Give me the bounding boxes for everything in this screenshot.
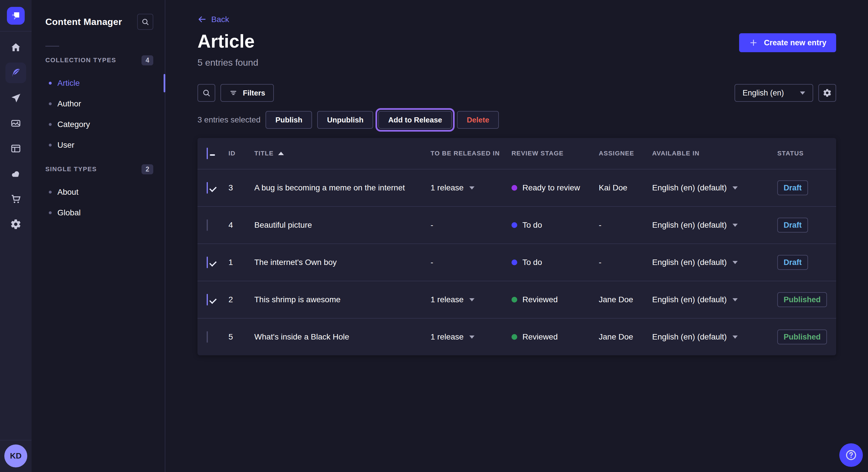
release-value: 1 release: [431, 183, 464, 193]
locale-select[interactable]: English (en): [735, 84, 813, 102]
cell-available-in[interactable]: English (en) (default): [652, 295, 777, 304]
media-library-images-icon[interactable]: [5, 113, 26, 134]
row-checkbox[interactable]: [207, 331, 208, 343]
create-new-entry-button[interactable]: Create new entry: [739, 33, 836, 52]
sidebar-item-label: Article: [57, 78, 80, 88]
chevron-down-icon: [733, 187, 738, 190]
content-manager-feather-icon[interactable]: [5, 63, 26, 83]
table-row[interactable]: 5 What's inside a Black Hole 1 release R…: [197, 318, 836, 355]
delete-button[interactable]: Delete: [457, 111, 499, 129]
selection-button-label: Publish: [275, 115, 302, 124]
releases-paper-plane-icon[interactable]: [5, 88, 26, 108]
status-badge: Draft: [777, 255, 808, 270]
cell-to-be-released-in[interactable]: 1 release: [431, 183, 512, 193]
sidebar-item-user[interactable]: User: [32, 135, 165, 156]
bullet-icon: [49, 82, 52, 85]
table-row[interactable]: 2 This shrimp is awesome 1 release Revie…: [197, 281, 836, 318]
chevron-down-icon: [800, 92, 805, 95]
selection-button-label: Delete: [467, 115, 489, 124]
selection-buttons: PublishUnpublishAdd to ReleaseDelete: [266, 111, 499, 129]
section-count-badge: 4: [142, 55, 153, 65]
sidebar-item-label: Author: [57, 99, 81, 108]
sidebar: Content Manager COLLECTION TYPES 4 Artic…: [32, 0, 165, 472]
locale-value: English (en) (default): [652, 183, 727, 193]
unpublish-button[interactable]: Unpublish: [317, 111, 373, 129]
cell-id: 5: [228, 332, 254, 341]
app-root: KD Content Manager COLLECTION TYPES 4 Ar…: [0, 0, 868, 472]
chevron-down-icon: [733, 298, 738, 301]
chevron-down-icon: [733, 336, 738, 339]
stage-value: To do: [522, 221, 542, 230]
cell-available-in[interactable]: English (en) (default): [652, 332, 777, 341]
bullet-icon: [49, 123, 52, 126]
sidebar-section: COLLECTION TYPES 4 Article Author Catego…: [32, 56, 165, 156]
page-title: Article: [197, 32, 258, 50]
avatar[interactable]: KD: [4, 444, 27, 467]
locale-value: English (en) (default): [652, 295, 727, 304]
cell-available-in[interactable]: English (en) (default): [652, 221, 777, 230]
locale-value: English (en) (default): [652, 332, 727, 341]
table-row[interactable]: 3 A bug is becoming a meme on the intern…: [197, 169, 836, 206]
bullet-icon: [49, 211, 52, 214]
stage-value: Ready to review: [522, 183, 580, 193]
cell-review-stage: Ready to review: [512, 183, 599, 193]
cell-assignee: -: [599, 258, 652, 267]
sidebar-title: Content Manager: [45, 16, 122, 27]
locale-value: English (en) (default): [652, 258, 727, 267]
content-type-builder-layout-icon[interactable]: [5, 138, 26, 159]
column-header-review-stage: REVIEW STAGE: [512, 150, 599, 157]
select-all-checkbox[interactable]: [207, 148, 208, 159]
filters-button[interactable]: Filters: [220, 84, 274, 102]
status-badge: Published: [777, 292, 827, 307]
home-icon[interactable]: [5, 37, 26, 58]
cell-to-be-released-in[interactable]: 1 release: [431, 295, 512, 304]
cell-to-be-released-in[interactable]: -: [431, 258, 512, 267]
column-header-title[interactable]: TITLE: [254, 150, 431, 157]
search-icon: [141, 18, 150, 26]
sort-ascending-icon: [278, 152, 284, 155]
section-list: About Global: [32, 182, 165, 223]
row-checkbox[interactable]: [207, 294, 208, 305]
marketplace-cart-icon[interactable]: [5, 189, 26, 209]
add-to-release-button[interactable]: Add to Release: [378, 111, 452, 129]
sidebar-item-article[interactable]: Article: [32, 73, 165, 94]
sidebar-item-category[interactable]: Category: [32, 114, 165, 135]
sidebar-item-author[interactable]: Author: [32, 94, 165, 114]
section-count-badge: 2: [142, 164, 153, 174]
cell-id: 2: [228, 295, 254, 304]
sidebar-item-about[interactable]: About: [32, 182, 165, 202]
cell-available-in[interactable]: English (en) (default): [652, 258, 777, 267]
sidebar-item-label: About: [57, 188, 79, 197]
sidebar-section: SINGLE TYPES 2 About Global: [32, 165, 165, 223]
question-circle-icon: [844, 448, 858, 462]
deploy-cloud-icon[interactable]: [5, 164, 26, 184]
row-checkbox[interactable]: [207, 182, 208, 194]
filter-icon: [229, 89, 238, 97]
search-button[interactable]: [197, 84, 215, 102]
locale-value: English (en) (default): [652, 221, 727, 230]
settings-gear-icon[interactable]: [5, 214, 26, 235]
back-link[interactable]: Back: [197, 15, 229, 24]
cell-to-be-released-in[interactable]: 1 release: [431, 332, 512, 341]
cell-id: 1: [228, 258, 254, 267]
sidebar-item-label: Category: [57, 120, 90, 129]
sidebar-sections: COLLECTION TYPES 4 Article Author Catego…: [32, 56, 165, 223]
bullet-icon: [49, 102, 52, 105]
strapi-logo[interactable]: [7, 7, 25, 25]
row-checkbox[interactable]: [207, 220, 208, 231]
table-row[interactable]: 1 The internet's Own boy - To do - Engli…: [197, 243, 836, 281]
stage-dot-icon: [512, 222, 517, 228]
table-row[interactable]: 4 Beautiful picture - To do - English (e…: [197, 206, 836, 243]
entries-count: 5 entries found: [197, 57, 258, 68]
sidebar-search-button[interactable]: [137, 14, 153, 30]
help-button[interactable]: [839, 443, 863, 467]
cell-assignee: -: [599, 221, 652, 230]
row-checkbox[interactable]: [207, 257, 208, 268]
cell-to-be-released-in[interactable]: -: [431, 221, 512, 230]
view-settings-button[interactable]: [818, 84, 836, 102]
publish-button[interactable]: Publish: [266, 111, 312, 129]
cell-available-in[interactable]: English (en) (default): [652, 183, 777, 193]
rail-bottom-divider: [0, 440, 32, 440]
sidebar-item-global[interactable]: Global: [32, 202, 165, 223]
selection-count-text: 3 entries selected: [197, 115, 260, 125]
